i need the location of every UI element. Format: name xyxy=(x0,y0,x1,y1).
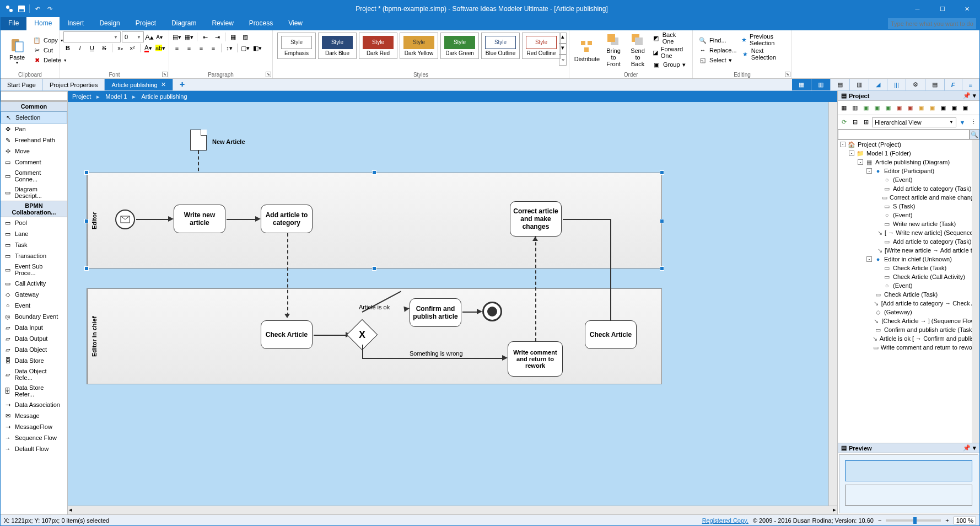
panel-toggle-2[interactable]: ▥ xyxy=(811,79,831,90)
tool-lane[interactable]: ▭Lane xyxy=(1,228,67,239)
tool-data-object-refe-[interactable]: ▱Data Object Refe... xyxy=(1,366,67,383)
task-rework[interactable]: Write comment and return to rework xyxy=(508,341,563,377)
distribute-button[interactable]: Distribute xyxy=(573,31,601,69)
tree-item[interactable]: ◇(Gateway) xyxy=(838,308,979,316)
styles-expand[interactable]: ⌄ xyxy=(559,55,567,66)
tool-data-store-refer-[interactable]: 🗄Data Store Refer... xyxy=(1,383,67,399)
tree-item[interactable]: ▭Confirm and publish article (Task) xyxy=(838,325,979,334)
undo-icon[interactable]: ↶ xyxy=(33,4,42,13)
prev-selection-button[interactable]: ★Previous Selection xyxy=(739,33,788,47)
tool-gateway[interactable]: ◇Gateway xyxy=(1,289,67,300)
strike-icon[interactable]: S xyxy=(100,44,109,52)
tool-comment[interactable]: ▭Comment xyxy=(1,157,67,168)
message-flow-1[interactable] xyxy=(287,233,288,316)
tree-item[interactable]: ↘[Check Article → ] (Sequence Flow) xyxy=(838,316,979,325)
align-right-icon[interactable]: ≡ xyxy=(197,44,206,52)
menu-design[interactable]: Design xyxy=(91,17,127,30)
tree-toggle[interactable]: - xyxy=(866,168,872,174)
tree-item[interactable]: ○(Event) xyxy=(838,175,979,184)
menu-view[interactable]: View xyxy=(281,17,310,30)
tree-toggle[interactable]: - xyxy=(858,159,863,165)
menu-home[interactable]: Home xyxy=(26,17,60,30)
tool-transaction[interactable]: ▭Transaction xyxy=(1,250,67,261)
panel-pin-icon[interactable]: 📌 xyxy=(963,92,971,99)
tell-me-search[interactable] xyxy=(888,18,976,29)
task-check-2[interactable]: Check Article xyxy=(585,320,637,349)
bring-front-button[interactable]: Bring to Front xyxy=(601,31,626,69)
align-justify-icon[interactable]: ≡ xyxy=(209,44,218,52)
task-add-category[interactable]: Add article to category xyxy=(261,205,313,233)
tool-message[interactable]: ✉Message xyxy=(1,410,67,421)
tb-icon-1[interactable]: ▦ xyxy=(839,103,849,113)
project-search[interactable] xyxy=(838,130,970,139)
view-mode-combo[interactable]: Hierarchical View▼ xyxy=(872,117,956,127)
font-color-icon[interactable]: A▾ xyxy=(144,44,153,52)
task-write-new[interactable]: Write new article xyxy=(174,205,225,233)
menu-project[interactable]: Project xyxy=(128,17,164,30)
borders-icon[interactable]: ▢▾ xyxy=(241,44,250,52)
toolbox-bpmn-header[interactable]: BPMN Collaboration... xyxy=(1,201,67,217)
panel-toggle-4[interactable]: ▥ xyxy=(850,79,869,90)
tb-icon-3[interactable]: ▣ xyxy=(861,103,871,113)
bullets-icon[interactable]: ▤▾ xyxy=(173,33,181,41)
find-button[interactable]: 🔍Find... xyxy=(696,35,739,45)
tool-comment-conne-[interactable]: ▭Comment Conne... xyxy=(1,168,67,184)
subscript-icon[interactable]: x₂ xyxy=(116,44,125,52)
decrease-indent-icon[interactable]: ⇤ xyxy=(201,33,209,41)
tool-sequence-flow[interactable]: →Sequence Flow xyxy=(1,432,67,443)
underline-icon[interactable]: U xyxy=(88,44,96,52)
panel-toggle-7[interactable]: ⚙ xyxy=(906,79,925,90)
superscript-icon[interactable]: x² xyxy=(128,44,137,52)
style-emphasis[interactable]: StyleEmphasis xyxy=(277,33,316,59)
tb-icon-6[interactable]: ▣ xyxy=(894,103,904,113)
tree-item[interactable]: ▭Add article to category (Task) xyxy=(838,237,979,246)
tree-item[interactable]: ○(Event) xyxy=(838,211,979,219)
task-check-1[interactable]: Check Article xyxy=(261,320,313,349)
tree-item[interactable]: ▭Check Article (Call Activity) xyxy=(838,272,979,281)
style-dark-yellow[interactable]: StyleDark Yellow xyxy=(400,33,438,59)
tab-close-icon[interactable]: ✕ xyxy=(161,81,166,88)
task-correct[interactable]: Correct article and make changes xyxy=(510,201,562,237)
tool-selection[interactable]: ↖Selection xyxy=(1,111,67,124)
close-button[interactable]: ✕ xyxy=(955,1,979,17)
menu-insert[interactable]: Insert xyxy=(60,17,91,30)
tool-data-object[interactable]: ▱Data Object xyxy=(1,344,67,355)
shading-icon[interactable]: ▨ xyxy=(241,33,250,41)
italic-icon[interactable]: I xyxy=(76,44,84,52)
tb-icon-2[interactable]: ▥ xyxy=(850,103,860,113)
panel-toggle-3[interactable]: ▤ xyxy=(831,79,850,90)
minimize-button[interactable]: ─ xyxy=(905,1,930,17)
tool-data-store[interactable]: 🗄Data Store xyxy=(1,355,67,366)
project-panel-pin-icon[interactable]: ▤ xyxy=(841,92,847,99)
task-confirm[interactable]: Confirm and publish article xyxy=(410,298,461,327)
tree-toggle[interactable]: - xyxy=(866,256,872,262)
fill-icon[interactable]: ◧▾ xyxy=(253,44,262,52)
tree-item[interactable]: -🏠Project (Project) xyxy=(838,140,979,149)
panel-menu-icon[interactable]: ▾ xyxy=(973,92,976,99)
tool-move[interactable]: ✢Move xyxy=(1,146,67,157)
tool-event-sub-proce-[interactable]: ▭Event Sub Proce... xyxy=(1,261,67,278)
tree-item[interactable]: ▭S (Task) xyxy=(838,202,979,211)
breadcrumb-model[interactable]: Model 1 xyxy=(105,93,127,100)
tree-toggle[interactable]: - xyxy=(840,142,846,147)
tree-item[interactable]: ↘[Add article to category → Check Ar xyxy=(838,299,979,308)
tb2-refresh-icon[interactable]: ⟳ xyxy=(839,117,849,127)
tb2-collapse-icon[interactable]: ⊟ xyxy=(850,117,860,127)
tool-freehand-path[interactable]: ✎Freehand Path xyxy=(1,135,67,146)
tb-icon-7[interactable]: ▣ xyxy=(905,103,915,113)
breadcrumb-project[interactable]: Project xyxy=(72,93,91,100)
menu-process[interactable]: Process xyxy=(241,17,281,30)
tb2-menu-icon[interactable]: ⋮ xyxy=(968,117,978,127)
zoom-in-button[interactable]: + xyxy=(945,517,949,524)
group-button[interactable]: ▣Group ▾ xyxy=(650,60,689,69)
tb-icon-11[interactable]: ▣ xyxy=(949,103,959,113)
tool-event[interactable]: ○Event xyxy=(1,300,67,311)
message-flow-2[interactable] xyxy=(535,237,536,341)
tool-default-flow[interactable]: →Default Flow xyxy=(1,443,67,454)
tool-data-association[interactable]: ⇢Data Association xyxy=(1,399,67,410)
tree-item[interactable]: ○(Event) xyxy=(838,281,979,290)
styles-scroll-up[interactable]: ▴ xyxy=(559,33,567,44)
tree-item[interactable]: -▦Article publishing (Diagram) xyxy=(838,158,979,167)
tree-item[interactable]: ▭Check Article (Task) xyxy=(838,264,979,272)
increase-indent-icon[interactable]: ⇥ xyxy=(213,33,222,41)
